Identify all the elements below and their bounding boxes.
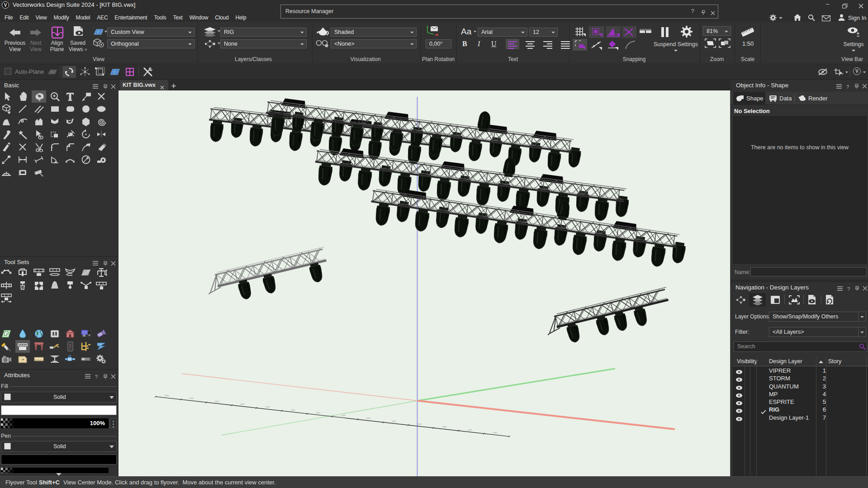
svg-text:2000: 2000 [190,397,194,399]
svg-text:2000: 2000 [291,409,295,411]
svg-text:2000: 2000 [392,420,396,422]
svg-text:2000: 2000 [417,423,422,425]
svg-text:2000: 2000 [442,426,447,428]
svg-text:2000: 2000 [493,431,498,434]
svg-text:?: ? [846,84,849,90]
svg-text:2000: 2000 [165,394,169,397]
svg-text:2000: 2000 [342,414,346,417]
svg-text:2000: 2000 [468,429,472,431]
svg-text:2000: 2000 [240,403,245,405]
svg-text:2000: 2000 [215,400,219,403]
svg-text:?: ? [847,286,850,292]
svg-text:2: 2 [22,285,24,289]
svg-text:?: ? [95,374,98,379]
svg-text:2000: 2000 [366,417,371,419]
svg-text:2000: 2000 [316,412,321,414]
svg-text:2000: 2000 [266,406,270,408]
